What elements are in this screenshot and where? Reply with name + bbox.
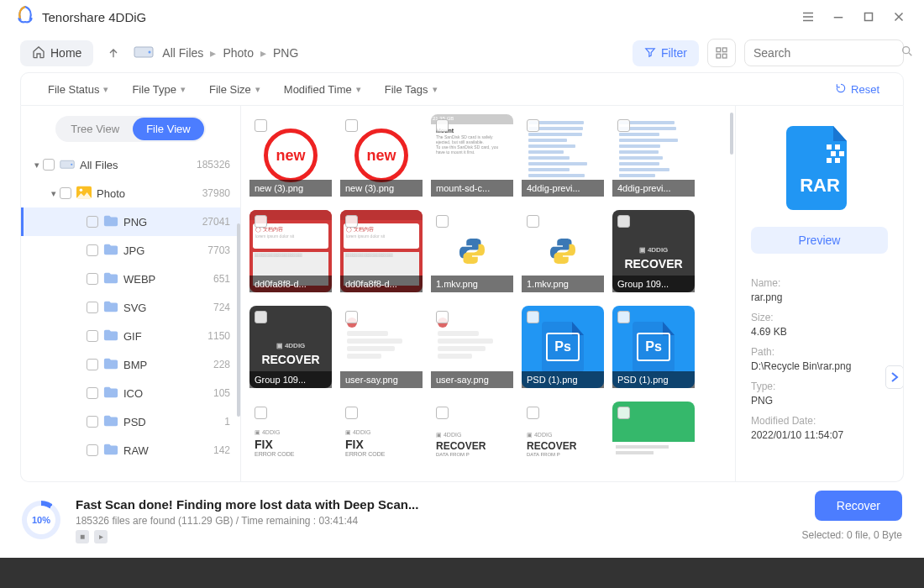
reset-button[interactable]: Reset	[835, 82, 888, 97]
thumbnail-label: 4ddig-previ...	[522, 180, 604, 197]
scrollbar[interactable]	[237, 223, 240, 417]
home-button[interactable]: Home	[20, 40, 93, 66]
checkbox[interactable]	[617, 119, 630, 132]
checkbox[interactable]	[345, 215, 358, 228]
checkbox[interactable]	[43, 159, 55, 171]
checkbox[interactable]	[255, 119, 267, 132]
minimize-button[interactable]	[823, 2, 853, 32]
checkbox[interactable]	[345, 407, 358, 419]
checkbox[interactable]	[436, 407, 449, 419]
checkbox[interactable]	[87, 302, 98, 313]
checkbox[interactable]	[87, 244, 98, 256]
thumbnail-item[interactable]: ▣ 4DDIGRECOVERDATA FROM P	[431, 402, 513, 462]
next-page-button[interactable]	[885, 365, 903, 389]
tree-node-svg[interactable]: SVG724	[21, 293, 240, 322]
breadcrumb-item[interactable]: PNG	[273, 46, 298, 60]
checkbox[interactable]	[617, 215, 630, 228]
checkbox[interactable]	[87, 216, 98, 228]
thumbnail-item[interactable]: user-say.png	[431, 306, 513, 388]
play-scan-button[interactable]: ▸	[94, 530, 108, 543]
checkbox[interactable]	[87, 416, 98, 428]
tree-node-photo[interactable]: ▾ Photo 37980	[21, 179, 240, 207]
checkbox[interactable]	[87, 273, 98, 285]
thumbnail-item[interactable]: user-say.png	[340, 306, 423, 388]
checkbox[interactable]	[527, 407, 539, 419]
checkbox[interactable]	[527, 311, 539, 323]
search-field[interactable]	[744, 39, 904, 66]
thumbnail-item[interactable]: ◯ 文档内容lorem ipsum dolor sit░░░░░░░░░░░░░…	[249, 210, 332, 292]
checkbox[interactable]	[255, 215, 267, 228]
menu-button[interactable]	[793, 2, 823, 32]
thumbnail-item[interactable]: 1.mkv.png	[431, 210, 513, 292]
checkbox[interactable]	[436, 215, 449, 228]
checkbox[interactable]	[255, 407, 267, 419]
checkbox[interactable]	[345, 311, 358, 323]
filter-file-size[interactable]: File Size▾	[197, 83, 272, 96]
stop-scan-button[interactable]: ■	[76, 530, 89, 543]
thumbnail-item[interactable]: PsPSD (1).png	[522, 306, 604, 388]
tree-label: All Files	[80, 159, 197, 171]
caret-down-icon[interactable]: ▾	[48, 188, 60, 199]
maximize-button[interactable]	[853, 2, 884, 32]
checkbox[interactable]	[87, 330, 98, 342]
thumbnail-item[interactable]: newnew (3).png	[340, 114, 423, 197]
tree-node-ico[interactable]: ICO105	[21, 379, 240, 407]
checkbox[interactable]	[255, 311, 267, 323]
close-button[interactable]	[884, 2, 914, 32]
tree-node-bmp[interactable]: BMP228	[21, 350, 240, 379]
breadcrumb-item[interactable]: Photo	[223, 46, 254, 60]
search-input[interactable]	[753, 46, 900, 60]
caret-down-icon[interactable]: ▾	[31, 160, 43, 171]
filter-file-type[interactable]: File Type▾	[120, 83, 197, 96]
up-button[interactable]	[102, 41, 125, 65]
filter-file-status[interactable]: File Status▾	[36, 83, 120, 96]
tree-node-raw[interactable]: RAW142	[21, 436, 240, 465]
thumbnail-item[interactable]: PsPSD (1).png	[612, 306, 695, 388]
filter-file-tags[interactable]: File Tags▾	[373, 83, 449, 96]
checkbox[interactable]	[87, 387, 98, 399]
filter-modified-time[interactable]: Modified Time▾	[272, 83, 373, 96]
thumbnail-item[interactable]: ▣ 4DDIGRECOVERGroup 109...	[249, 306, 332, 388]
thumbnail-item[interactable]: 4ddig-previ...	[612, 114, 695, 197]
checkbox[interactable]	[87, 359, 98, 370]
thumbnail-item[interactable]: ▣ 4DDIGFIXERROR CODE	[249, 402, 332, 462]
checkbox[interactable]	[527, 215, 539, 228]
checkbox[interactable]	[617, 311, 630, 323]
checkbox[interactable]	[87, 444, 98, 456]
breadcrumb-item[interactable]: All Files	[162, 46, 203, 60]
thumbnail-item[interactable]: ▣ 4DDIGRECOVERGroup 109...	[612, 210, 695, 292]
thumbnail-item[interactable]: ▣ 4DDIGRECOVERDATA FROM P	[522, 402, 604, 462]
scrollbar[interactable]	[730, 113, 733, 155]
checkbox[interactable]	[436, 311, 449, 323]
recover-button[interactable]: Recover	[815, 491, 902, 521]
filter-button[interactable]: Filter	[633, 40, 699, 66]
preview-button[interactable]: Preview	[751, 227, 888, 254]
tree-label: PNG	[123, 216, 202, 228]
thumbnail-item[interactable]: ▣ 4DDIGFIXERROR CODE	[340, 402, 423, 462]
thumbnail-item[interactable]	[612, 402, 695, 462]
checkbox[interactable]	[527, 119, 539, 132]
content-area: newnew (3).pngnewnew (3).png21.35 GBMoun…	[241, 106, 903, 481]
titlebar: Tenorshare 4DDiG	[0, 0, 924, 34]
tree-view-toggle[interactable]: Tree View	[57, 118, 133, 140]
thumbnail-item[interactable]: 21.35 GBMountThe SanDisk SD card is safe…	[431, 114, 513, 197]
thumbnail-item[interactable]: newnew (3).png	[249, 114, 332, 197]
checkbox[interactable]	[345, 119, 358, 132]
grid-view-button[interactable]	[707, 39, 736, 67]
tree-node-psd[interactable]: PSD1	[21, 407, 240, 436]
tree-node-jpg[interactable]: JPG7703	[21, 236, 240, 265]
file-view-toggle[interactable]: File View	[133, 118, 204, 140]
tree-node-png[interactable]: PNG27041	[21, 207, 240, 236]
svg-rect-4	[722, 48, 727, 52]
thumbnail-item[interactable]: 4ddig-previ...	[522, 114, 604, 197]
svg-point-11	[80, 188, 83, 192]
tree-node-gif[interactable]: GIF1150	[21, 322, 240, 350]
checkbox[interactable]	[617, 407, 630, 419]
checkbox[interactable]	[436, 119, 449, 132]
thumbnail-label: dd0fa8f8-d...	[249, 276, 332, 292]
tree-node-webp[interactable]: WEBP651	[21, 265, 240, 293]
tree-root-all-files[interactable]: ▾ All Files 185326	[21, 150, 240, 179]
checkbox[interactable]	[60, 187, 71, 199]
thumbnail-item[interactable]: ◯ 文档内容lorem ipsum dolor sit░░░░░░░░░░░░░…	[340, 210, 423, 292]
thumbnail-item[interactable]: 1.mkv.png	[522, 210, 604, 292]
